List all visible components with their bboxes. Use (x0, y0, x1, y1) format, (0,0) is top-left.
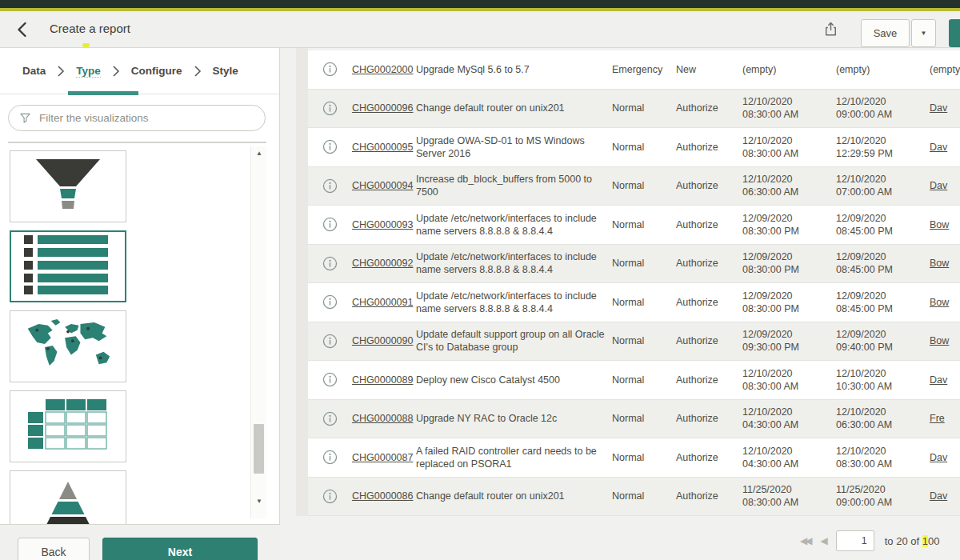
chevron-right-icon (112, 65, 120, 78)
wizard-breadcrumb: Data Type Configure Style (0, 48, 279, 94)
change-number-link[interactable]: CHG0002000 (352, 64, 413, 75)
assignee-link[interactable]: Dav (930, 374, 947, 386)
state-cell: Authorize (676, 179, 742, 192)
highlighted-digit: 1 (922, 535, 928, 547)
state-cell: Authorize (676, 141, 742, 154)
step-configure[interactable]: Configure (131, 65, 182, 77)
priority-cell: Normal (612, 179, 676, 192)
assignee-link[interactable]: Dav (930, 142, 947, 153)
viz-thumb-list[interactable] (10, 230, 126, 302)
assignee-link[interactable]: Dav (930, 490, 947, 502)
state-cell: Authorize (676, 374, 742, 386)
share-button[interactable] (819, 20, 842, 41)
info-icon[interactable] (322, 256, 338, 271)
back-button[interactable] (13, 20, 34, 41)
change-number-link[interactable]: CHG0000086 (352, 490, 413, 502)
scroll-up-arrow[interactable]: ▲ (251, 148, 267, 159)
list-icon (24, 234, 112, 298)
planned-start-cell: 11/25/2020 08:30:00 AM (742, 483, 836, 510)
change-number-link[interactable]: CHG0000087 (352, 452, 413, 463)
world-map-icon (22, 318, 114, 375)
assignee-link[interactable]: Bow (930, 219, 949, 230)
assignee-link[interactable]: Dav (930, 452, 947, 463)
short-description-cell: Upgrade MySql 5.6 to 5.7 (416, 63, 612, 76)
scrollbar-thumb[interactable] (254, 424, 264, 474)
table-row: CHG0000094 Increase db_block_buffers fro… (308, 167, 960, 206)
caret-down-icon: ▼ (921, 30, 927, 37)
assignee-link[interactable]: (empty) (930, 64, 960, 75)
info-icon[interactable] (322, 294, 338, 310)
save-button[interactable]: Save (861, 19, 910, 47)
list-pagination: ◀◀ ◀ to 20 of 100 (800, 530, 939, 552)
viz-thumb-funnel-chart[interactable] (10, 150, 126, 222)
assignee-link[interactable]: Bow (930, 258, 949, 269)
step-data[interactable]: Data (22, 65, 46, 77)
viz-list-scrollbar[interactable]: ▲ ▼ (250, 146, 266, 518)
scroll-down-arrow[interactable]: ▼ (251, 496, 267, 507)
state-cell: Authorize (676, 218, 742, 231)
planned-end-cell: 11/25/2020 09:00:00 AM (836, 483, 930, 510)
assignee-link[interactable]: Fre (930, 413, 945, 424)
planned-end-cell: (empty) (836, 63, 930, 76)
change-number-link[interactable]: CHG0000090 (352, 335, 413, 346)
planned-start-cell: 12/10/2020 08:30:00 AM (742, 95, 836, 122)
planned-start-cell: 12/09/2020 09:30:00 PM (742, 328, 836, 354)
change-number-link[interactable]: CHG0000094 (352, 180, 413, 191)
state-cell: Authorize (676, 451, 742, 464)
info-icon[interactable] (322, 217, 338, 232)
viz-thumb-world-map[interactable] (10, 310, 126, 382)
planned-end-cell: 12/10/2020 10:30:00 AM (836, 367, 930, 394)
edge-teal-button[interactable] (949, 19, 960, 47)
visualization-list: ▲ ▼ (0, 146, 280, 560)
info-icon[interactable] (322, 489, 338, 504)
short-description-cell: Change default router on unix201 (416, 490, 612, 502)
change-number-link[interactable]: CHG0000091 (352, 297, 413, 308)
short-description-cell: Update default support group on all Orac… (416, 328, 612, 354)
priority-cell: Normal (612, 412, 676, 425)
table-row: CHG0000095 Upgrade OWA-SD-01 to MS Windo… (308, 128, 960, 167)
info-icon[interactable] (322, 178, 338, 194)
assignee-link[interactable]: Dav (930, 180, 947, 191)
info-icon[interactable] (322, 139, 338, 154)
change-number-link[interactable]: CHG0000096 (352, 102, 413, 114)
planned-end-cell: 12/09/2020 08:45:00 PM (836, 290, 930, 316)
change-number-link[interactable]: CHG0000093 (352, 219, 413, 230)
info-icon[interactable] (322, 62, 338, 77)
viz-filter-input[interactable] (8, 105, 266, 131)
planned-start-cell: 12/10/2020 08:30:00 AM (742, 134, 836, 161)
info-icon[interactable] (322, 372, 338, 387)
assignee-link[interactable]: Dav (930, 102, 947, 114)
chevron-right-icon (57, 65, 65, 78)
wizard-next-button[interactable]: Next (102, 538, 258, 560)
planned-end-cell: 12/09/2020 08:45:00 PM (836, 250, 930, 277)
step-style[interactable]: Style (213, 65, 238, 77)
info-icon[interactable] (322, 411, 338, 426)
assignee-link[interactable]: Bow (930, 297, 949, 308)
list-divider (8, 142, 266, 143)
change-number-link[interactable]: CHG0000088 (352, 413, 413, 424)
short-description-cell: Update /etc/network/interfaces to includ… (416, 290, 612, 316)
top-dark-bar (0, 0, 960, 8)
app-header: Create a report Save ▼ (0, 11, 960, 48)
prev-page-button[interactable]: ◀ (820, 535, 825, 546)
state-cell: Authorize (676, 296, 742, 309)
page-number-input[interactable] (836, 530, 874, 551)
change-number-link[interactable]: CHG0000089 (352, 374, 413, 386)
step-type[interactable]: Type (76, 65, 101, 78)
wizard-back-button[interactable]: Back (18, 538, 90, 560)
priority-cell: Normal (612, 141, 676, 154)
info-icon[interactable] (322, 101, 338, 116)
info-icon[interactable] (322, 334, 338, 349)
table-row: CHG0000091 Update /etc/network/interface… (308, 283, 960, 322)
change-number-link[interactable]: CHG0000092 (352, 258, 413, 269)
priority-cell: Normal (612, 218, 676, 231)
viz-thumb-pivot-table[interactable] (10, 390, 126, 462)
planned-start-cell: 12/10/2020 06:30:00 AM (742, 173, 836, 199)
save-dropdown-button[interactable]: ▼ (911, 19, 936, 47)
wizard-footer: Back Next (0, 524, 280, 560)
funnel-chart-icon (23, 156, 113, 217)
change-number-link[interactable]: CHG0000095 (352, 142, 413, 153)
info-icon[interactable] (322, 450, 338, 465)
first-page-button[interactable]: ◀◀ (800, 535, 810, 546)
assignee-link[interactable]: Bow (930, 335, 949, 346)
